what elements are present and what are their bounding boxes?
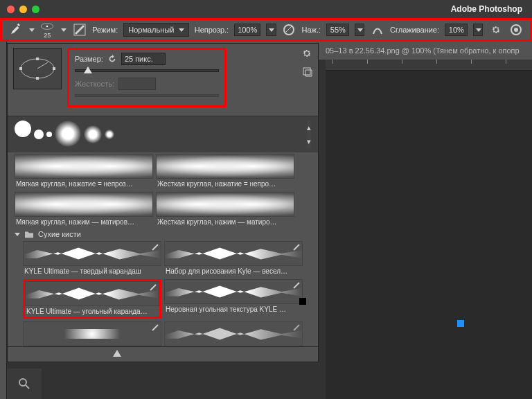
popout-panel-icon[interactable] [303,67,312,78]
flow-input[interactable]: 55% [326,24,349,36]
airbrush-icon[interactable] [370,21,384,38]
svg-line-11 [37,62,48,69]
flow-flyout[interactable] [355,24,364,36]
brush-tip[interactable] [15,121,31,137]
bottom-left-tools [7,369,42,399]
opacity-input[interactable]: 100% [234,24,260,36]
brush-tip-preview [13,48,62,89]
svg-point-5 [514,28,518,32]
svg-rect-12 [303,68,310,75]
smoothing-label: Сглаживание: [390,26,439,34]
svg-rect-8 [36,77,39,80]
size-hardness-group: Размер: 25 пикс. Жесткость: [67,48,227,107]
pressure-opacity-icon[interactable] [282,21,296,38]
hardness-label: Жесткость: [75,80,114,88]
brush-preset[interactable]: Жесткая круглая, нажим — матиро… [156,192,294,227]
opacity-label: Непрозр.: [195,26,229,34]
flow-label: Наж.: [302,26,321,34]
brush-preset[interactable]: Неровная угольная текстура KYLE … [164,279,303,319]
options-bar: 25 Режим: Нормальный Непрозр.: 100% Наж.… [0,18,532,42]
brush-tip[interactable] [46,132,52,137]
canvas-area[interactable] [326,71,532,399]
svg-rect-10 [53,67,55,70]
hardness-slider [75,94,219,97]
preset-caret[interactable] [61,28,66,32]
brush-preset[interactable]: Мягкая круглая, нажим — матиров… [15,192,153,227]
preview-size-slider[interactable] [8,346,318,362]
brush-preset[interactable]: Набор для рисования Kyle — весел… [164,241,303,276]
smoothing-input[interactable]: 10% [445,24,468,36]
size-slider-thumb[interactable] [84,66,92,73]
app-title: Adobe Photoshop [451,4,522,14]
brush-preset[interactable]: Ластик Kyle — естественная кромка [164,321,303,346]
size-input[interactable]: 25 пикс. [121,53,166,65]
svg-point-1 [46,26,48,28]
brush-size-label: 25 [44,32,51,39]
svg-rect-9 [19,67,22,70]
panel-settings-icon[interactable] [301,48,312,60]
window-max-dot[interactable] [32,6,39,13]
brush-preset-panel: Размер: 25 пикс. Жесткость: ▴ [7,43,319,362]
opacity-flyout[interactable] [266,24,276,36]
svg-point-13 [19,379,26,386]
document-tab[interactable]: 05–13 в 22.56.34.png @ 100% (Тянем обрат… [326,46,520,55]
tip-scroll-up[interactable]: ▴ [307,121,311,134]
tool-flyout-caret[interactable] [29,28,35,32]
brush-settings-icon[interactable] [72,21,87,38]
brush-tip[interactable] [34,130,44,139]
window-close-dot[interactable] [7,6,15,13]
svg-line-14 [26,385,29,389]
zoom-tool-icon[interactable] [19,378,30,389]
pressure-size-icon[interactable] [508,21,523,38]
mode-select[interactable]: Нормальный [123,23,188,37]
hardness-input [118,78,156,90]
mode-value: Нормальный [128,26,174,34]
brush-preset-picker[interactable]: 25 [40,21,54,39]
brush-preset-selected[interactable]: KYLE Ultimate — угольный каранда… [23,279,161,319]
brush-tip-row: ▴ ▾ [8,116,318,152]
brush-tip[interactable] [105,130,114,139]
canvas-marker [457,320,464,327]
folder-dry-brushes[interactable]: Сухие кисти [15,227,311,241]
brush-tip[interactable] [55,121,81,147]
horizontal-ruler [326,60,532,71]
size-slider[interactable] [75,69,219,72]
mode-label: Режим: [92,26,118,34]
tip-scroll-down[interactable]: ▾ [307,134,311,148]
brush-preset[interactable]: KYLE Ultimate — твердый карандаш [23,241,161,276]
brush-preset[interactable]: Kyle Ultimate — пастельные краски [23,321,161,346]
svg-point-3 [284,25,294,35]
smoothing-flyout[interactable] [473,24,483,36]
brush-preset-list[interactable]: Мягкая круглая, нажатие = непроз… Жестка… [8,152,318,346]
brush-tool-icon[interactable] [9,22,22,37]
brush-preset[interactable]: Мягкая круглая, нажатие = непроз… [15,154,153,189]
smoothing-options-icon[interactable] [488,21,503,38]
window-min-dot[interactable] [19,6,27,13]
preview-size-thumb[interactable] [113,350,121,357]
ruler-tick [332,60,335,64]
size-label: Размер: [75,55,103,63]
svg-rect-7 [36,57,39,60]
brush-preset[interactable]: Жесткая круглая, нажатие = непро… [156,154,294,189]
reset-size-icon[interactable] [107,54,117,64]
tools-panel[interactable] [0,42,7,399]
brush-tip[interactable] [84,125,102,143]
